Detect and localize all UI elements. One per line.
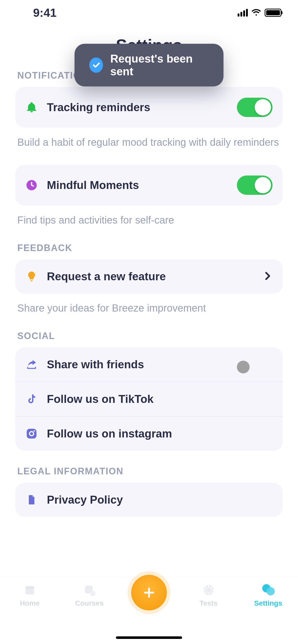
- home-icon: [23, 583, 37, 597]
- legal-card: Privacy Policy: [15, 483, 283, 517]
- request-feature-helper: Share your ideas for Breeze improvement: [17, 301, 281, 315]
- add-button[interactable]: [131, 575, 167, 610]
- wifi-icon: [251, 8, 261, 17]
- follow-instagram-label: Follow us on instagram: [47, 427, 273, 440]
- tab-tests[interactable]: Tests: [179, 583, 238, 607]
- status-icons: [238, 8, 281, 17]
- bell-icon: [25, 101, 38, 113]
- instagram-icon: [25, 428, 38, 440]
- section-header-feedback: FEEDBACK: [17, 243, 281, 253]
- home-indicator[interactable]: [116, 636, 182, 639]
- tracking-reminders-helper: Build a habit of regular mood tracking w…: [17, 135, 281, 150]
- mindful-moments-card: Mindful Moments: [15, 165, 283, 206]
- tracking-reminders-toggle[interactable]: [237, 98, 273, 117]
- mindful-moments-helper: Find tips and activities for self-care: [17, 213, 281, 227]
- follow-instagram-row[interactable]: Follow us on instagram: [15, 416, 283, 451]
- request-feature-card: Request a new feature: [15, 259, 283, 294]
- toast-message: Request's been sent: [110, 52, 209, 78]
- privacy-policy-row[interactable]: Privacy Policy: [15, 483, 283, 517]
- tab-settings-label: Settings: [254, 599, 282, 607]
- mindful-moments-toggle[interactable]: [237, 175, 273, 195]
- tab-home[interactable]: Home: [0, 583, 60, 607]
- svg-point-10: [266, 587, 275, 595]
- svg-rect-1: [27, 429, 36, 438]
- toast-request-sent: Request's been sent: [75, 44, 224, 86]
- cellular-signal-icon: [238, 9, 248, 17]
- tab-tests-label: Tests: [199, 599, 218, 607]
- courses-icon: [82, 583, 97, 597]
- tiktok-icon: [25, 393, 38, 405]
- tab-bar: Home Courses Tests Settings: [0, 577, 298, 644]
- privacy-policy-label: Privacy Policy: [47, 493, 273, 506]
- check-circle-icon: [89, 57, 103, 73]
- svg-rect-5: [25, 586, 34, 589]
- share-icon: [25, 358, 38, 371]
- section-header-social: SOCIAL: [17, 331, 281, 341]
- tab-settings[interactable]: Settings: [238, 583, 298, 607]
- status-time: 9:41: [33, 6, 57, 20]
- request-feature-label: Request a new feature: [47, 270, 254, 283]
- request-feature-row[interactable]: Request a new feature: [15, 259, 283, 294]
- svg-point-7: [90, 591, 96, 596]
- follow-tiktok-label: Follow us on TikTok: [47, 393, 273, 405]
- document-icon: [25, 494, 38, 506]
- tab-courses-label: Courses: [75, 599, 104, 607]
- mindful-moments-label: Mindful Moments: [47, 179, 228, 192]
- chevron-right-icon: [263, 271, 273, 282]
- settings-icon: [261, 583, 275, 597]
- status-bar: 9:41: [0, 0, 298, 25]
- svg-point-3: [34, 430, 35, 432]
- lightbulb-icon: [25, 270, 38, 283]
- clock-icon: [25, 179, 38, 191]
- section-header-legal: LEGAL INFORMATION: [17, 466, 281, 477]
- tracking-reminders-label: Tracking reminders: [47, 101, 228, 114]
- touch-indicator-dot: [237, 361, 250, 373]
- fab-wrapper: [119, 575, 179, 610]
- tab-courses[interactable]: Courses: [60, 583, 119, 607]
- tracking-reminders-card: Tracking reminders: [15, 87, 283, 128]
- battery-icon: [265, 9, 281, 17]
- settings-content: NOTIFICATIONS Tracking reminders Build a…: [0, 70, 298, 517]
- tracking-reminders-row[interactable]: Tracking reminders: [15, 87, 283, 128]
- follow-tiktok-row[interactable]: Follow us on TikTok: [15, 382, 283, 416]
- tab-home-label: Home: [20, 599, 40, 607]
- tests-icon: [201, 583, 216, 597]
- mindful-moments-row[interactable]: Mindful Moments: [15, 165, 283, 206]
